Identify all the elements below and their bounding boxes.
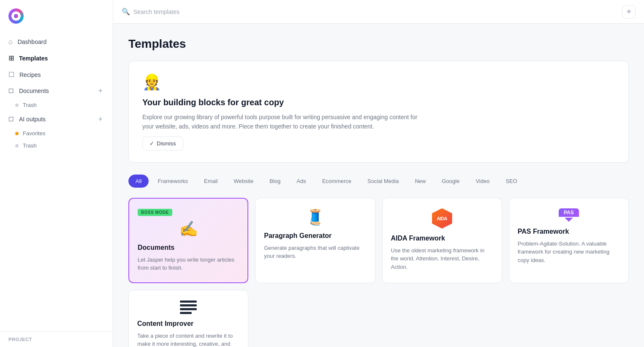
info-banner: 👷 Your building blocks for great copy Ex… (128, 61, 629, 163)
card-title-aida_framework: AIDA Framework (391, 235, 493, 242)
filter-tab-frameworks[interactable]: Frameworks (150, 175, 195, 188)
sidebar-navigation: ⌂ Dashboard ⊞ Templates ☐ Recipes ☐ Docu… (0, 30, 113, 331)
ai-trash-label: Trash (23, 142, 37, 149)
card-content_improver[interactable]: Content ImproverTake a piece of content … (128, 290, 248, 347)
sidebar-item-favorites[interactable]: Favorites (0, 127, 113, 139)
filter-tabs-bar: AllFrameworksEmailWebsiteBlogAdsEcommerc… (128, 175, 629, 188)
card-paragraph_generator[interactable]: 🧵Paragraph GeneratorGenerate paragraphs … (255, 198, 375, 283)
card-desc-documents: Let Jasper help you write longer article… (138, 256, 239, 272)
card-title-paragraph_generator: Paragraph Generator (264, 232, 366, 240)
add-document-button[interactable]: + (96, 87, 104, 95)
documents-label: Documents (19, 87, 49, 94)
filter-tab-google[interactable]: Google (435, 175, 467, 188)
documents-icon: ☐ (8, 87, 14, 94)
search-area: 🔍 (122, 8, 622, 16)
ai-outputs-label: AI outputs (19, 116, 46, 123)
filter-tab-video[interactable]: Video (468, 175, 497, 188)
card-aida_framework[interactable]: AIDA AIDA FrameworkUse the oldest market… (382, 198, 502, 283)
sidebar-item-ai-trash[interactable]: Trash (0, 139, 113, 152)
card-title-pas_framework: PAS Framework (518, 228, 620, 235)
favorites-label: Favorites (23, 130, 45, 137)
content-area: Templates 👷 Your building blocks for gre… (113, 24, 644, 347)
dismiss-label: Dismiss (157, 140, 176, 147)
card-icon-paragraph_generator: 🧵 (264, 208, 366, 226)
sidebar-item-dashboard-label: Dashboard (18, 38, 47, 45)
filter-tab-social_media[interactable]: Social Media (360, 175, 406, 188)
page-title: Templates (128, 37, 629, 51)
card-icon-content_improver (137, 301, 239, 314)
card-pas_framework[interactable]: PAS PAS FrameworkProblem-Agitate-Solutio… (509, 198, 629, 283)
sidebar-item-documents-trash[interactable]: Trash (0, 99, 113, 111)
sidebar-item-documents[interactable]: ☐ Documents (8, 87, 49, 94)
recipes-icon: ☐ (8, 71, 14, 79)
add-ai-output-button[interactable]: + (96, 115, 104, 123)
app-logo[interactable] (8, 8, 24, 24)
filter-tab-seo[interactable]: SEO (498, 175, 524, 188)
banner-description: Explore our growing library of powerful … (142, 112, 429, 131)
card-title-documents: Documents (138, 244, 239, 251)
ai-trash-dot (15, 144, 19, 148)
dismiss-check-icon: ✓ (149, 140, 154, 147)
filter-tab-website[interactable]: Website (226, 175, 261, 188)
card-icon-pas_framework: PAS (518, 208, 620, 222)
card-documents[interactable]: BOSS MODE✍️DocumentsLet Jasper help you … (128, 198, 248, 283)
lines-icon (180, 301, 197, 314)
templates-icon: ⊞ (8, 54, 14, 62)
filter-tab-new[interactable]: New (408, 175, 433, 188)
sidebar-item-recipes-label: Recipes (19, 71, 41, 78)
banner-title: Your building blocks for great copy (142, 98, 615, 107)
theme-toggle-button[interactable]: ☀ (622, 5, 636, 19)
card-desc-paragraph_generator: Generate paragraphs that will captivate … (264, 244, 366, 260)
card-desc-content_improver: Take a piece of content and rewrite it t… (137, 332, 239, 347)
sidebar-item-ai-outputs[interactable]: ☐ AI outputs (8, 116, 46, 123)
trash-dot (15, 104, 19, 107)
filter-tab-all[interactable]: All (128, 175, 149, 188)
sidebar: ⌂ Dashboard ⊞ Templates ☐ Recipes ☐ Docu… (0, 0, 113, 347)
sidebar-item-dashboard[interactable]: ⌂ Dashboard (0, 34, 113, 50)
dismiss-button[interactable]: ✓ Dismiss (142, 137, 183, 150)
boss-mode-badge: BOSS MODE (138, 209, 172, 216)
aida-hex: AIDA (432, 208, 452, 229)
filter-tab-ads[interactable]: Ads (289, 175, 313, 188)
favorites-dot (15, 132, 19, 135)
main-content: 🔍 ☀ Templates 👷 Your building blocks for… (113, 0, 644, 347)
ai-outputs-icon: ☐ (8, 116, 14, 123)
templates-grid: BOSS MODE✍️DocumentsLet Jasper help you … (128, 198, 629, 347)
ai-outputs-section-header: ☐ AI outputs + (0, 111, 113, 127)
filter-tab-blog[interactable]: Blog (262, 175, 288, 188)
documents-section-header: ☐ Documents + (0, 83, 113, 99)
sidebar-item-templates[interactable]: ⊞ Templates (0, 50, 113, 66)
theme-icon: ☀ (626, 8, 632, 16)
dashboard-icon: ⌂ (8, 38, 13, 46)
documents-trash-label: Trash (23, 102, 37, 108)
sidebar-item-templates-label: Templates (19, 55, 48, 62)
topbar: 🔍 ☀ (113, 0, 644, 24)
banner-emoji: 👷 (142, 73, 615, 91)
sidebar-item-recipes[interactable]: ☐ Recipes (0, 66, 113, 83)
search-input[interactable] (133, 8, 260, 15)
card-desc-aida_framework: Use the oldest marketing framework in th… (391, 246, 493, 271)
filter-tab-email[interactable]: Email (197, 175, 225, 188)
card-icon-aida_framework: AIDA (391, 208, 493, 229)
card-title-content_improver: Content Improver (137, 320, 239, 328)
card-icon-documents: ✍️ (138, 220, 239, 238)
search-icon: 🔍 (122, 8, 130, 16)
project-label: PROJECT (0, 331, 113, 347)
filter-tab-ecommerce[interactable]: Ecommerce (315, 175, 359, 188)
card-desc-pas_framework: Problem-Agitate-Solution. A valuable fra… (518, 240, 620, 265)
logo-area (0, 0, 113, 30)
